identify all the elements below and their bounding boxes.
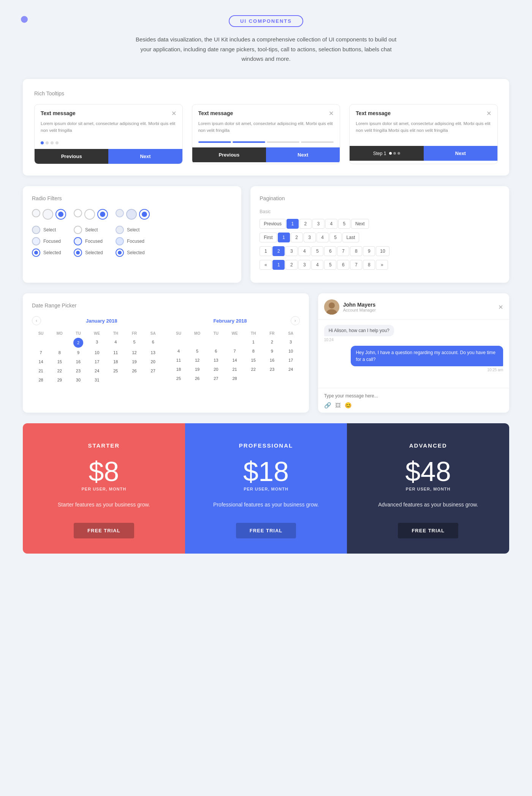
cal-day-cell[interactable]: 22 [244, 365, 262, 373]
cal-day-cell[interactable]: 4 [107, 338, 125, 348]
cal-day-cell[interactable]: 7 [32, 348, 50, 357]
radio-empty-sm-2[interactable] [74, 209, 82, 217]
radio-sel-2[interactable] [74, 248, 82, 257]
radio-select-3[interactable] [116, 226, 124, 234]
page-1-1[interactable]: 1 [287, 219, 299, 229]
cal-day-cell[interactable]: 25 [169, 374, 187, 383]
radio-focused-1[interactable] [32, 237, 40, 245]
chat-attach-icon[interactable]: 🔗 [324, 402, 331, 409]
cal-day-cell[interactable]: 12 [188, 356, 206, 364]
cal-day-cell[interactable]: 19 [188, 365, 206, 373]
cal-day-cell[interactable]: 12 [125, 348, 143, 357]
radio-select-2[interactable] [74, 226, 82, 234]
cal-day-cell[interactable]: 18 [107, 358, 125, 366]
cal-day-cell[interactable]: 23 [69, 367, 87, 375]
page-4-8[interactable]: 8 [363, 260, 375, 270]
page-3-3[interactable]: 3 [285, 246, 298, 256]
cal-day-cell[interactable]: 16 [69, 358, 87, 366]
cal-day-cell[interactable]: 21 [32, 367, 50, 375]
cal-day-cell[interactable]: 6 [144, 338, 162, 348]
cal-day-cell[interactable]: 8 [51, 348, 68, 357]
cal-day-cell[interactable]: 28 [32, 376, 50, 384]
radio-select-1[interactable] [32, 226, 40, 234]
cal-day-cell[interactable]: 25 [107, 367, 125, 375]
cal-day-cell[interactable]: 15 [51, 358, 68, 366]
page-4-2[interactable]: 2 [285, 260, 298, 270]
chat-emoji-icon[interactable]: 😊 [345, 402, 352, 409]
cal-day-cell[interactable]: 8 [244, 347, 262, 355]
cal-day-cell[interactable]: 7 [226, 347, 244, 355]
tooltip-next-3[interactable]: Next [424, 146, 497, 161]
page-3-6[interactable]: 6 [324, 246, 336, 256]
page-3-8[interactable]: 8 [350, 246, 362, 256]
tooltip-close-1[interactable]: ✕ [171, 110, 176, 117]
tooltip-step-3[interactable]: Step 1 [350, 146, 423, 161]
cal-day-cell[interactable]: 3 [88, 338, 106, 348]
radio-selected-2[interactable] [97, 209, 108, 220]
cal-day-cell[interactable]: 21 [226, 365, 244, 373]
page-prev-1[interactable]: Previous [260, 219, 286, 229]
page-2-4[interactable]: 4 [317, 233, 329, 242]
cal-day-cell[interactable]: 24 [88, 367, 106, 375]
cal-day-cell[interactable]: 24 [282, 365, 299, 373]
page-3-9[interactable]: 9 [363, 246, 375, 256]
cal-day-cell[interactable]: 29 [51, 376, 68, 384]
tooltip-next-2[interactable]: Next [266, 147, 340, 162]
page-2-1[interactable]: 1 [278, 233, 290, 242]
page-next-1[interactable]: Next [351, 219, 369, 229]
page-3-7[interactable]: 7 [337, 246, 349, 256]
page-1-5[interactable]: 5 [338, 219, 350, 229]
tooltip-prev-2[interactable]: Previous [192, 147, 266, 162]
page-last-2[interactable]: Last [342, 233, 359, 242]
cal-day-cell[interactable]: 28 [226, 374, 244, 383]
page-first-2[interactable]: First [260, 233, 277, 242]
page-3-1[interactable]: 1 [260, 246, 272, 256]
page-4-1[interactable]: 1 [272, 260, 285, 270]
cal-day-cell[interactable]: 23 [263, 365, 281, 373]
cal-day-cell[interactable]: 9 [69, 348, 87, 357]
radio-empty-sm-3[interactable] [116, 209, 124, 217]
page-1-3[interactable]: 3 [312, 219, 325, 229]
cal-prev-jan[interactable]: ‹ [32, 316, 41, 325]
cal-day-cell[interactable]: 14 [32, 358, 50, 366]
page-2-2[interactable]: 2 [291, 233, 303, 242]
page-4-3[interactable]: 3 [298, 260, 310, 270]
cal-day-cell[interactable]: 18 [169, 365, 187, 373]
cal-day-cell[interactable]: 5 [125, 338, 143, 348]
tooltip-close-3[interactable]: ✕ [486, 110, 491, 117]
radio-sel-3[interactable] [116, 248, 124, 257]
chat-close-btn[interactable]: ✕ [498, 304, 503, 311]
cal-day-cell[interactable]: 17 [88, 358, 106, 366]
page-2-3[interactable]: 3 [304, 233, 316, 242]
tooltip-close-2[interactable]: ✕ [329, 110, 334, 117]
cal-day-cell[interactable]: 3 [282, 338, 299, 346]
page-1-4[interactable]: 4 [325, 219, 337, 229]
page-3-10[interactable]: 10 [376, 246, 389, 256]
page-3-4[interactable]: 4 [298, 246, 310, 256]
chat-image-icon[interactable]: 🖼 [335, 402, 341, 409]
cal-next-feb[interactable]: › [291, 316, 300, 325]
page-2-5[interactable]: 5 [329, 233, 342, 242]
cal-day-cell[interactable]: 13 [207, 356, 225, 364]
cal-day-cell[interactable]: 19 [125, 358, 143, 366]
radio-selected-3[interactable] [139, 209, 150, 220]
free-trial-professional[interactable]: FREE TRIAL [236, 523, 296, 538]
page-3-2[interactable]: 2 [272, 246, 285, 256]
cal-day-cell[interactable]: 2 [263, 338, 281, 346]
cal-day-cell[interactable]: 10 [282, 347, 299, 355]
cal-day-cell[interactable]: 17 [282, 356, 299, 364]
cal-day-cell[interactable]: 10 [88, 348, 106, 357]
radio-sel-1[interactable] [32, 248, 40, 257]
free-trial-starter[interactable]: FREE TRIAL [74, 523, 134, 538]
cal-day-cell[interactable]: 26 [125, 367, 143, 375]
page-4-6[interactable]: 6 [337, 260, 349, 270]
chat-input[interactable] [324, 393, 503, 399]
page-3-5[interactable]: 5 [311, 246, 323, 256]
radio-empty-md-3[interactable] [126, 209, 137, 220]
cal-day-cell[interactable]: 2 [73, 338, 83, 348]
free-trial-advanced[interactable]: FREE TRIAL [398, 523, 458, 538]
cal-day-cell[interactable]: 26 [188, 374, 206, 383]
cal-day-cell[interactable]: 13 [144, 348, 162, 357]
radio-empty-sm-1[interactable] [32, 209, 40, 217]
cal-day-cell[interactable]: 9 [263, 347, 281, 355]
